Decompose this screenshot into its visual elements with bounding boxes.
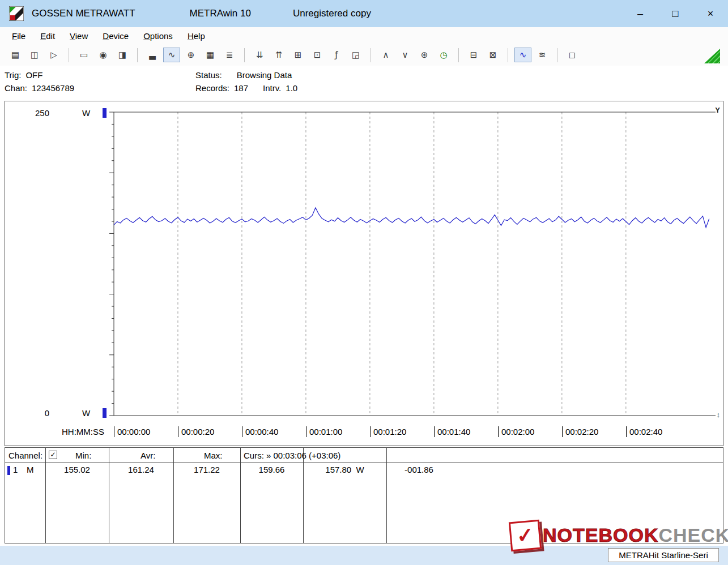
min-value: 155.02 (45, 465, 109, 474)
menu-view[interactable]: View (62, 29, 95, 43)
statistics-panel: Channel: ✓ Min: Avr: Max: Curs: » 00:03:… (5, 447, 723, 543)
minimize-button[interactable]: – (623, 0, 658, 27)
license-note: Unregistered copy (293, 8, 371, 19)
device-upload-button[interactable]: ⇈ (270, 48, 287, 62)
app-logo-icon (9, 6, 24, 21)
zoom-curve-button[interactable]: ∿ (514, 48, 531, 62)
channel-status: Chan:123456789 (5, 83, 74, 93)
status-bar: METRAHit Starline-Seri (0, 546, 728, 565)
avr-header: Avr: (141, 451, 155, 460)
intrv-value: 1.0 (286, 83, 297, 93)
toolbar-separator (371, 48, 371, 62)
print-preview-button[interactable]: ⊟ (465, 48, 482, 62)
trig-label: Trig: (5, 70, 21, 80)
menu-help[interactable]: Help (180, 29, 212, 43)
export-text-button[interactable]: ▭ (75, 48, 92, 62)
intrv-label: Intrv. (263, 83, 281, 93)
folder-open-button[interactable]: ▷ (45, 48, 62, 62)
chan-value: 123456789 (32, 83, 74, 93)
cursor-b-unit: W (356, 465, 364, 474)
zoom-reset-button[interactable]: ≋ (534, 48, 551, 62)
header-divider (5, 463, 723, 463)
channel-mode: M (27, 465, 34, 474)
records-status: Records:187Intrv.1.0 (195, 83, 297, 93)
toolbar-separator (244, 48, 245, 62)
snapshot-button[interactable]: ◉ (95, 48, 112, 62)
crosshair-view-button[interactable]: ⊕ (182, 48, 199, 62)
toolbar-separator (557, 48, 557, 62)
toolbar-separator (508, 48, 508, 62)
toolbar: ▤◫▷▭◉◨▃∿⊕▦≣⇊⇈⊞⊡ƒ◲∧∨⊛◷⊟⊠∿≋◻ (0, 44, 728, 66)
max-header: Max: (204, 451, 223, 460)
y-axis-zoom-icon[interactable]: Y (715, 106, 720, 114)
cursor-header: Curs: » 00:03:06 (+03:06) (244, 451, 340, 460)
toolbar-separator (69, 48, 69, 62)
avr-value: 161.24 (109, 465, 173, 474)
formula-button[interactable]: ƒ (328, 48, 345, 62)
cursor-a-value: 159.66 (240, 465, 303, 474)
cut-end-button[interactable]: ∨ (397, 48, 414, 62)
max-value: 171.22 (173, 465, 240, 474)
y-axis-scroll-icon[interactable]: ↕ (717, 410, 721, 419)
device-field: METRAHit Starline-Seri (608, 548, 719, 562)
trigger-status: Trig:OFF (5, 70, 42, 80)
browse-status: Status:Browsing Data (195, 70, 292, 80)
line-chart-view-button[interactable]: ∿ (163, 48, 180, 62)
min-header: Min: (75, 451, 91, 460)
menu-file[interactable]: File (5, 29, 33, 43)
device-config-button[interactable]: ⊞ (290, 48, 306, 62)
histogram-view-button[interactable]: ≣ (221, 48, 238, 62)
channel-visible-checkbox[interactable]: ✓ (49, 451, 57, 459)
app-title: GOSSEN METRAWATT (32, 8, 135, 19)
copy-channel-button[interactable]: ⊛ (416, 48, 433, 62)
cursor-b-value: 157.80 W (303, 465, 386, 474)
menu-options[interactable]: Options (136, 29, 180, 43)
export-data-button[interactable]: ◨ (114, 48, 131, 62)
trig-value: OFF (25, 70, 42, 80)
status-label: Status: (195, 70, 222, 80)
save-button[interactable]: ◫ (26, 48, 43, 62)
chart-panel: 250 W 0 W HH:MM:SS 00:00:0000:00:2000:00… (5, 101, 723, 446)
channel-number: 1 (13, 465, 18, 474)
menu-device[interactable]: Device (95, 29, 136, 43)
close-button[interactable]: × (693, 0, 728, 27)
maximize-button[interactable]: □ (658, 0, 693, 27)
menubar: FileEditViewDeviceOptionsHelp (0, 27, 728, 44)
toolbar-separator (458, 48, 459, 62)
menu-edit[interactable]: Edit (33, 29, 62, 43)
device-download-button[interactable]: ⇊ (251, 48, 268, 62)
cut-start-button[interactable]: ∧ (377, 48, 394, 62)
device-memory-button[interactable]: ◲ (347, 48, 364, 62)
annotation-button[interactable]: ◻ (564, 48, 581, 62)
delta-value: -001.86 (386, 465, 452, 474)
title-bar: GOSSEN METRAWATT METRAwin 10 Unregistere… (0, 0, 728, 27)
chan-label: Chan: (5, 83, 27, 93)
table-view-button[interactable]: ▦ (202, 48, 219, 62)
cursor-b-number: 157.80 (325, 465, 351, 474)
device-monitor-button[interactable]: ⊡ (309, 48, 326, 62)
product-title: METRAwin 10 (190, 8, 251, 19)
records-label: Records: (195, 83, 229, 93)
window-controls: – □ × (623, 0, 728, 27)
keyboard-button[interactable]: ▃ (144, 48, 161, 62)
channel-row-marker (7, 466, 10, 475)
records-value: 187 (234, 83, 248, 93)
open-button[interactable]: ▤ (7, 48, 24, 62)
toolbar-separator (137, 48, 138, 62)
status-value: Browsing Data (237, 70, 292, 80)
timer-button[interactable]: ◷ (435, 48, 452, 62)
channel-header: Channel: (8, 451, 42, 460)
chart-plot-svg[interactable] (5, 101, 723, 446)
print-button[interactable]: ⊠ (484, 48, 501, 62)
status-panel: Trig:OFF Chan:123456789 Status:Browsing … (0, 66, 728, 100)
